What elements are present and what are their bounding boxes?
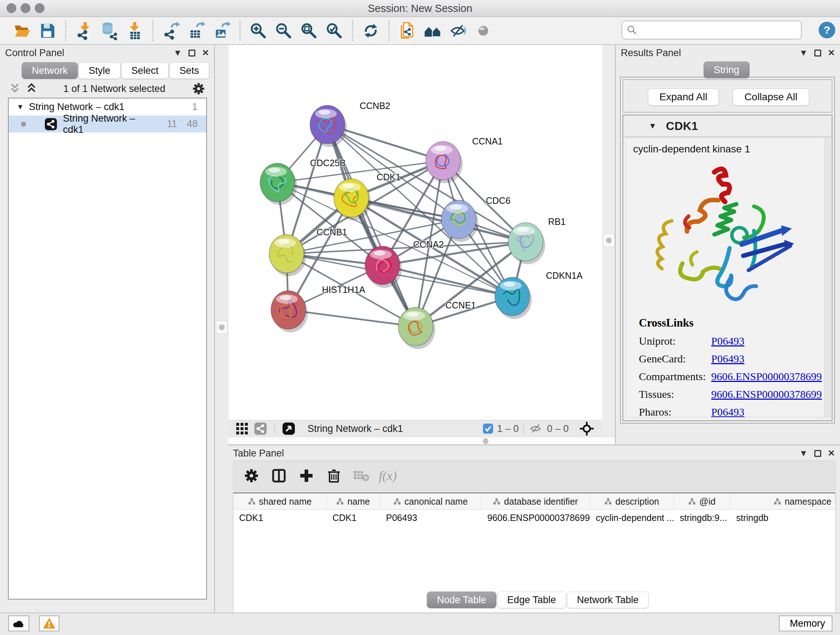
- detach-view-icon[interactable]: [282, 422, 295, 435]
- splitter-grabber[interactable]: [483, 438, 488, 444]
- expand-all-button[interactable]: Expand All: [648, 88, 719, 106]
- network-node-CCNA1[interactable]: [426, 141, 463, 183]
- panel-close-button[interactable]: ✕: [828, 449, 835, 458]
- panel-float-button[interactable]: [814, 450, 821, 457]
- column-header-namespace[interactable]: namespace: [730, 494, 836, 509]
- import-network-from-file-button[interactable]: [73, 20, 95, 41]
- save-session-button[interactable]: [37, 20, 58, 41]
- column-header-canonical-name[interactable]: canonical name: [380, 494, 482, 509]
- network-node-RB1[interactable]: [508, 223, 545, 264]
- memory-button[interactable]: Memory: [779, 616, 832, 631]
- network-node-CCNA2[interactable]: [365, 246, 402, 288]
- network-node-CCNB2[interactable]: [310, 105, 347, 147]
- birds-eye-view-button[interactable]: [473, 20, 494, 41]
- panel-menu-button[interactable]: ▼: [799, 49, 808, 57]
- results-panel: Results Panel ▼ ✕ String Expand All Coll…: [615, 45, 840, 445]
- hidden-eye-icon[interactable]: [528, 423, 543, 434]
- zoom-window-button[interactable]: [35, 3, 44, 13]
- tab-node-table[interactable]: Node Table: [427, 592, 496, 608]
- panel-close-button[interactable]: ✕: [828, 49, 835, 57]
- delete-column-trash-icon[interactable]: [324, 466, 344, 486]
- column-header-name[interactable]: name: [327, 494, 380, 509]
- collapse-all-button[interactable]: Collapse All: [733, 88, 809, 106]
- search-input[interactable]: [638, 24, 801, 36]
- network-canvas[interactable]: CCNB2CCNA1CDC25BCDK1CDC6RB1CCNB1CCNA2CDK…: [228, 45, 602, 420]
- crosslink-link[interactable]: P06493: [711, 335, 745, 347]
- show-columns-icon[interactable]: [269, 466, 289, 486]
- crosslink-link[interactable]: P06493: [711, 406, 745, 417]
- string-home-button[interactable]: [422, 20, 443, 41]
- collapse-triangle-icon[interactable]: ▼: [649, 121, 657, 131]
- network-row-selected[interactable]: String Network – cdk1 11 48: [9, 116, 206, 133]
- zoom-in-button[interactable]: [248, 20, 269, 41]
- panel-close-button[interactable]: ✕: [202, 49, 209, 57]
- splitter-grabber[interactable]: [216, 321, 227, 334]
- column-header-database-identifier[interactable]: database identifier: [482, 494, 590, 509]
- network-node-CDK1[interactable]: [334, 179, 371, 220]
- column-header-description[interactable]: description: [590, 494, 674, 509]
- birds-eye-toggle-icon[interactable]: [579, 421, 594, 436]
- panel-float-button[interactable]: [814, 50, 821, 57]
- column-header-shared-name[interactable]: shared name: [233, 494, 327, 509]
- panel-menu-button[interactable]: ▼: [799, 449, 808, 458]
- tab-sets[interactable]: Sets: [169, 62, 209, 79]
- tab-network-table[interactable]: Network Table: [567, 592, 649, 608]
- zoom-out-button[interactable]: [273, 20, 294, 41]
- export-network-button[interactable]: [161, 20, 182, 41]
- panel-menu-button[interactable]: ▼: [173, 49, 182, 57]
- grid-view-icon[interactable]: [236, 423, 248, 435]
- network-node-HIST1H1A[interactable]: [271, 291, 308, 333]
- table-cell[interactable]: cyclin-dependent ...: [590, 510, 674, 526]
- cloud-status-button[interactable]: [8, 616, 29, 631]
- crosslink-link[interactable]: 9606.ENSP00000378699: [711, 371, 822, 383]
- tab-network[interactable]: Network: [22, 62, 78, 79]
- network-node-CCNE1[interactable]: [398, 307, 435, 349]
- zoom-fit-button[interactable]: [298, 20, 319, 41]
- table-options-gear-icon[interactable]: [241, 466, 262, 486]
- horizontal-splitter[interactable]: [228, 437, 615, 445]
- table-row[interactable]: CDK1CDK1P064939606.ENSP00000378699cyclin…: [233, 510, 835, 526]
- tab-string[interactable]: String: [704, 62, 750, 78]
- table-cell[interactable]: 9606.ENSP00000378699: [482, 510, 590, 526]
- table-cell[interactable]: P06493: [380, 510, 482, 526]
- string-network-badge-icon[interactable]: [254, 422, 267, 435]
- minimize-window-button[interactable]: [21, 3, 30, 13]
- network-node-CDC25B[interactable]: [260, 163, 297, 205]
- table-cell[interactable]: CDK1: [327, 510, 380, 526]
- panel-float-button[interactable]: [188, 50, 195, 57]
- collapse-all-icon[interactable]: [9, 83, 20, 95]
- warnings-button[interactable]: [39, 616, 59, 631]
- open-session-button[interactable]: [11, 20, 33, 41]
- crosslink-link[interactable]: 9606.ENSP00000378699: [711, 388, 822, 401]
- import-network-from-database-button[interactable]: [99, 20, 120, 41]
- import-table-from-file-button[interactable]: [124, 20, 145, 41]
- column-header-@id[interactable]: @id: [674, 494, 730, 509]
- tab-select[interactable]: Select: [121, 62, 169, 79]
- gear-icon[interactable]: [192, 82, 205, 96]
- splitter-grabber[interactable]: [603, 234, 615, 247]
- create-column-plus-icon[interactable]: [296, 466, 317, 486]
- export-table-button[interactable]: [186, 20, 207, 41]
- right-splitter[interactable]: [602, 45, 615, 437]
- network-edge-CCNB2-CCNE1[interactable]: [327, 125, 416, 326]
- tab-edge-table[interactable]: Edge Table: [497, 592, 566, 608]
- table-cell[interactable]: stringdb: [730, 510, 836, 526]
- expand-all-icon[interactable]: [26, 83, 37, 95]
- tab-style[interactable]: Style: [79, 62, 120, 79]
- zoom-selected-button[interactable]: [324, 20, 345, 41]
- share-document-button[interactable]: [397, 20, 418, 41]
- hide-graphics-details-button[interactable]: [447, 20, 469, 41]
- table-cell[interactable]: stringdb:9...: [674, 510, 730, 526]
- results-scrollbar[interactable]: [824, 138, 830, 417]
- export-image-button[interactable]: [211, 20, 232, 41]
- left-splitter[interactable]: [215, 45, 228, 437]
- gene-section-header[interactable]: ▼ CDK1: [623, 116, 832, 137]
- crosslink-link[interactable]: P06493: [711, 353, 745, 365]
- selected-checkbox-icon[interactable]: [483, 423, 493, 434]
- help-button[interactable]: ?: [818, 21, 836, 39]
- table-cell[interactable]: CDK1: [233, 510, 327, 526]
- collection-expander-icon[interactable]: ▼: [17, 103, 26, 111]
- update-button[interactable]: [360, 20, 381, 41]
- network-node-CDKN1A[interactable]: [495, 277, 532, 319]
- close-window-button[interactable]: [6, 3, 16, 13]
